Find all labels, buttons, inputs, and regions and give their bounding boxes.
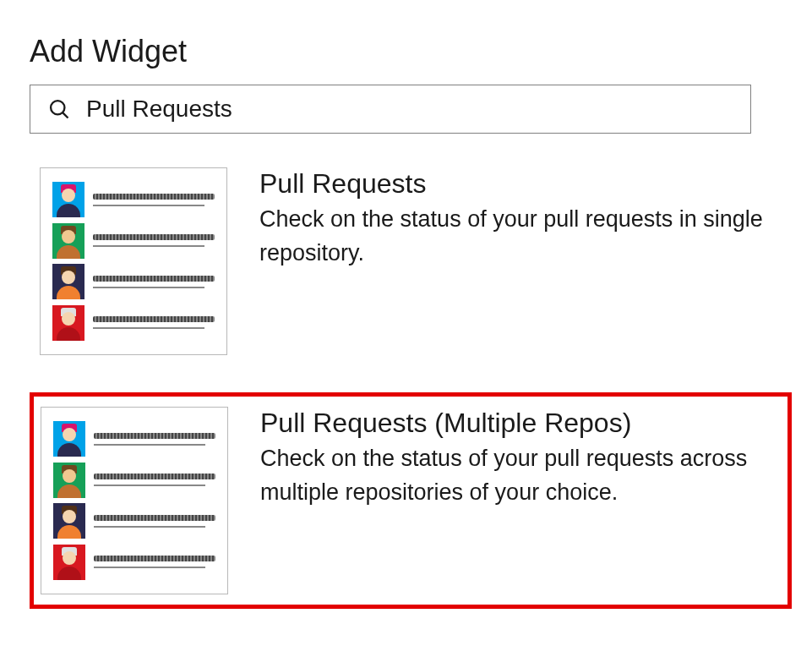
widget-title: Pull Requests (Multiple Repos) [260, 407, 781, 439]
avatar-icon [53, 503, 85, 539]
svg-line-1 [63, 112, 68, 118]
search-icon [47, 97, 71, 121]
search-input[interactable] [86, 96, 733, 123]
widget-list: Pull Requests Check on the status of you… [30, 154, 792, 609]
widget-info: Pull Requests Check on the status of you… [227, 167, 782, 270]
widget-thumbnail [41, 407, 228, 594]
avatar-icon [53, 463, 85, 498]
widget-description: Check on the status of your pull request… [260, 442, 781, 508]
widget-description: Check on the status of your pull request… [259, 203, 782, 269]
avatar-icon [52, 305, 84, 341]
avatar-icon [53, 545, 85, 580]
widget-thumbnail [40, 167, 227, 355]
widget-title: Pull Requests [259, 167, 782, 200]
widget-item-pull-requests-multiple[interactable]: Pull Requests (Multiple Repos) Check on … [30, 392, 792, 609]
widget-info: Pull Requests (Multiple Repos) Check on … [228, 407, 781, 509]
search-box[interactable] [30, 85, 751, 134]
page-title: Add Widget [30, 34, 782, 69]
svg-point-0 [51, 101, 64, 114]
avatar-icon [52, 264, 84, 299]
avatar-icon [52, 223, 84, 259]
widget-item-pull-requests[interactable]: Pull Requests Check on the status of you… [30, 154, 792, 369]
avatar-icon [53, 421, 85, 457]
avatar-icon [52, 182, 84, 217]
